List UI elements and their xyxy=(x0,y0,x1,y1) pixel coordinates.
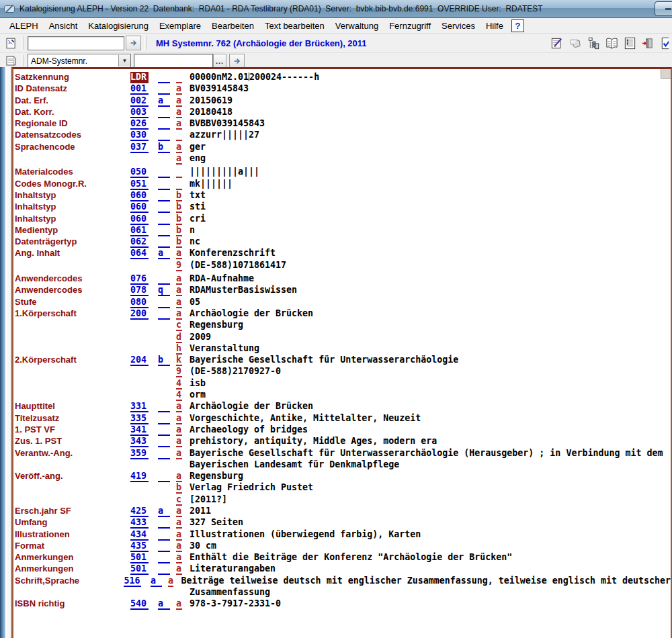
field-indicator[interactable] xyxy=(158,214,170,225)
field-indicator[interactable] xyxy=(158,72,170,83)
subfield-code[interactable]: a xyxy=(176,424,182,436)
checkbox-icon[interactable] xyxy=(658,35,669,51)
field-indicator[interactable] xyxy=(158,201,170,213)
subfield-value[interactable]: isb xyxy=(190,378,206,388)
subfield-value[interactable]: nc xyxy=(190,236,200,246)
subfield-value[interactable]: orm xyxy=(190,390,206,400)
field-tag[interactable]: 501 xyxy=(130,552,149,563)
subfield-value[interactable]: txt xyxy=(190,190,206,200)
field-indicator[interactable]: a xyxy=(158,506,170,517)
field-tag[interactable]: 026 xyxy=(130,118,149,130)
subfield-value[interactable]: 2011 xyxy=(190,506,211,516)
field-tag[interactable] xyxy=(130,482,149,492)
go-arrow-button[interactable] xyxy=(229,54,245,69)
subfield-value[interactable]: prehistory, antiquity, Middle Ages, mode… xyxy=(190,436,437,446)
subfield-value[interactable]: Bayerischen Landesamt für Denkmalpflege xyxy=(190,459,399,469)
field-tag[interactable] xyxy=(130,332,149,342)
field-indicator[interactable] xyxy=(158,424,170,436)
field-indicator[interactable] xyxy=(158,541,170,552)
chevron-down-icon[interactable]: ▼ xyxy=(118,55,130,66)
subfield-value[interactable]: (DE-588)1071861417 xyxy=(190,260,286,270)
list-page-icon[interactable] xyxy=(622,35,638,51)
field-indicator[interactable] xyxy=(158,366,170,376)
subfield-value[interactable]: Konferenzschrift xyxy=(190,248,276,258)
subfield-value[interactable]: Veranstaltung xyxy=(190,343,259,353)
field-tag[interactable]: 425 xyxy=(130,506,149,517)
field-tag[interactable]: 060 xyxy=(130,201,149,213)
subfield-value[interactable]: Illustrationen (überwiegend farbig), Kar… xyxy=(190,529,421,539)
minimize-button[interactable] xyxy=(655,1,672,16)
subfield-value[interactable]: (DE-588)2170927-0 xyxy=(190,366,281,376)
subfield-value[interactable]: Beiträge teilweise deutsch mit englische… xyxy=(181,576,671,586)
subfield-value[interactable]: cri xyxy=(190,214,206,224)
subfield-code[interactable]: a xyxy=(176,541,182,552)
field-indicator[interactable] xyxy=(158,107,170,118)
subfield-code[interactable]: a xyxy=(176,529,182,541)
field-tag[interactable] xyxy=(130,320,149,330)
field-indicator[interactable] xyxy=(158,320,170,330)
subfield-code[interactable]: a xyxy=(176,285,182,296)
menu-bearbeiten[interactable]: Bearbeiten xyxy=(206,19,259,33)
field-tag[interactable]: 050 xyxy=(130,167,149,178)
field-tag[interactable]: 501 xyxy=(130,563,149,575)
field-tag[interactable]: 341 xyxy=(130,424,149,436)
field-indicator[interactable]: b xyxy=(158,142,170,153)
subfield-code[interactable]: 4 xyxy=(176,378,182,390)
field-indicator[interactable] xyxy=(158,167,170,178)
field-indicator[interactable] xyxy=(158,260,170,270)
menu-ansicht[interactable]: Ansicht xyxy=(44,19,83,33)
field-tag[interactable]: 080 xyxy=(130,297,149,308)
field-indicator[interactable] xyxy=(158,130,170,141)
field-indicator[interactable] xyxy=(158,297,170,308)
subfield-value[interactable]: [2011?] xyxy=(190,494,227,504)
subfield-code[interactable]: a xyxy=(176,506,182,517)
subfield-value[interactable]: Bayerische Gesellschaft für Unterwassera… xyxy=(190,355,458,365)
field-indicator[interactable] xyxy=(158,378,170,388)
field-indicator[interactable] xyxy=(158,448,170,459)
subfield-code[interactable] xyxy=(176,179,182,190)
field-tag[interactable] xyxy=(130,260,149,270)
field-tag[interactable] xyxy=(130,494,149,504)
subfield-code[interactable]: a xyxy=(176,401,182,412)
subfield-code[interactable] xyxy=(176,72,182,83)
field-tag[interactable]: 343 xyxy=(130,436,149,447)
subfield-code[interactable]: a xyxy=(176,436,182,447)
subfield-value[interactable]: RDA-Aufnahme xyxy=(190,273,254,283)
subfield-code[interactable]: b xyxy=(176,201,182,213)
subfield-value[interactable]: 30 cm xyxy=(190,541,216,551)
field-indicator[interactable] xyxy=(158,236,170,248)
field-indicator[interactable]: a xyxy=(158,598,170,610)
field-tag[interactable]: 064 xyxy=(130,248,149,259)
subfield-code[interactable]: a xyxy=(176,153,182,165)
field-indicator[interactable] xyxy=(158,153,170,163)
subfield-value[interactable]: Literaturangaben xyxy=(190,563,276,574)
field-indicator[interactable] xyxy=(158,390,170,400)
field-indicator[interactable] xyxy=(158,401,170,412)
subfield-code[interactable]: a xyxy=(176,273,182,285)
field-indicator[interactable] xyxy=(158,190,170,201)
subfield-value[interactable]: |||||||||a||| xyxy=(190,167,259,177)
field-tag[interactable]: 359 xyxy=(130,448,149,459)
subfield-value[interactable]: Archäologie der Brücken xyxy=(190,308,313,318)
subfield-value[interactable]: BVBBV039145843 xyxy=(190,118,265,128)
field-tag[interactable]: 200 xyxy=(130,308,149,320)
field-indicator[interactable] xyxy=(158,494,170,504)
subfield-code[interactable]: b xyxy=(176,225,182,236)
hand-card-icon[interactable] xyxy=(567,35,583,51)
field-tag[interactable] xyxy=(130,390,149,400)
subfield-value[interactable]: eng xyxy=(190,153,206,163)
subfield-code[interactable]: b xyxy=(176,482,182,494)
subfield-value[interactable]: 05 xyxy=(190,297,200,307)
subfield-code[interactable]: a xyxy=(176,95,182,107)
subfield-code[interactable] xyxy=(176,130,182,141)
subfield-code[interactable]: b xyxy=(176,214,182,225)
subfield-code[interactable]: d xyxy=(176,332,182,343)
subfield-value[interactable]: Archäologie der Brücken xyxy=(190,401,313,411)
field-indicator[interactable] xyxy=(158,413,170,424)
field-tag[interactable]: 003 xyxy=(130,107,149,118)
field-indicator[interactable] xyxy=(158,436,170,447)
menu-katalogisierung[interactable]: Katalogisierung xyxy=(83,19,154,33)
subfield-code[interactable]: a xyxy=(176,563,182,575)
field-indicator[interactable]: q xyxy=(158,285,170,296)
subfield-value[interactable]: Zusammenfassung xyxy=(190,587,270,597)
